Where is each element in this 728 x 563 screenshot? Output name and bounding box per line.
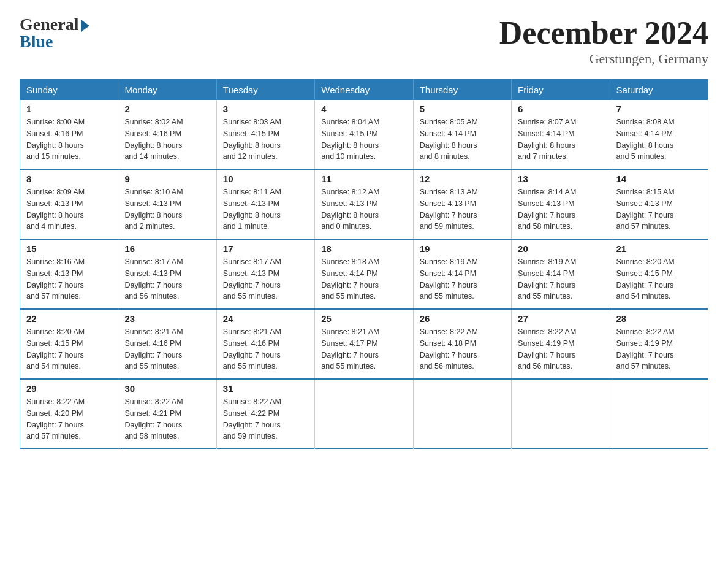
day-number: 28	[616, 313, 702, 324]
calendar-cell: 22Sunrise: 8:20 AM Sunset: 4:15 PM Dayli…	[20, 309, 118, 379]
calendar-cell	[315, 379, 413, 449]
logo-blue-text: Blue	[20, 32, 53, 52]
calendar-cell: 27Sunrise: 8:22 AM Sunset: 4:19 PM Dayli…	[512, 309, 610, 379]
day-number: 19	[420, 243, 505, 254]
calendar-header-row: SundayMondayTuesdayWednesdayThursdayFrid…	[20, 80, 708, 101]
calendar-cell: 21Sunrise: 8:20 AM Sunset: 4:15 PM Dayli…	[610, 239, 708, 309]
day-info: Sunrise: 8:03 AM Sunset: 4:15 PM Dayligh…	[223, 117, 308, 163]
day-info: Sunrise: 8:17 AM Sunset: 4:13 PM Dayligh…	[223, 256, 308, 302]
day-number: 26	[420, 313, 505, 324]
calendar-cell: 10Sunrise: 8:11 AM Sunset: 4:13 PM Dayli…	[216, 169, 314, 239]
calendar-cell: 17Sunrise: 8:17 AM Sunset: 4:13 PM Dayli…	[216, 239, 314, 309]
calendar-cell: 31Sunrise: 8:22 AM Sunset: 4:22 PM Dayli…	[216, 379, 314, 449]
day-number: 18	[321, 243, 406, 254]
day-number: 4	[321, 104, 406, 114]
month-title: December 2024	[499, 15, 708, 51]
day-number: 3	[223, 104, 308, 114]
day-info: Sunrise: 8:22 AM Sunset: 4:21 PM Dayligh…	[124, 396, 210, 442]
day-number: 1	[26, 104, 112, 114]
day-number: 21	[616, 243, 702, 254]
day-info: Sunrise: 8:22 AM Sunset: 4:19 PM Dayligh…	[616, 326, 702, 372]
day-number: 7	[616, 104, 702, 114]
day-info: Sunrise: 8:17 AM Sunset: 4:13 PM Dayligh…	[124, 256, 210, 302]
calendar-cell: 9Sunrise: 8:10 AM Sunset: 4:13 PM Daylig…	[118, 169, 216, 239]
day-info: Sunrise: 8:02 AM Sunset: 4:16 PM Dayligh…	[124, 117, 210, 163]
day-number: 16	[124, 243, 210, 254]
day-info: Sunrise: 8:20 AM Sunset: 4:15 PM Dayligh…	[616, 256, 702, 302]
calendar-cell	[610, 379, 708, 449]
calendar-cell: 25Sunrise: 8:21 AM Sunset: 4:17 PM Dayli…	[315, 309, 413, 379]
day-number: 11	[321, 174, 406, 184]
day-info: Sunrise: 8:22 AM Sunset: 4:20 PM Dayligh…	[26, 396, 112, 442]
page-header: General Blue December 2024 Gerstungen, G…	[20, 15, 708, 67]
day-number: 8	[26, 174, 112, 184]
day-number: 29	[26, 383, 112, 394]
calendar-table: SundayMondayTuesdayWednesdayThursdayFrid…	[20, 79, 708, 449]
calendar-week-5: 29Sunrise: 8:22 AM Sunset: 4:20 PM Dayli…	[20, 379, 708, 449]
calendar-week-4: 22Sunrise: 8:20 AM Sunset: 4:15 PM Dayli…	[20, 309, 708, 379]
calendar-cell: 20Sunrise: 8:19 AM Sunset: 4:14 PM Dayli…	[512, 239, 610, 309]
calendar-cell: 18Sunrise: 8:18 AM Sunset: 4:14 PM Dayli…	[315, 239, 413, 309]
calendar-cell: 7Sunrise: 8:08 AM Sunset: 4:14 PM Daylig…	[610, 100, 708, 169]
day-info: Sunrise: 8:22 AM Sunset: 4:19 PM Dayligh…	[518, 326, 603, 372]
title-block: December 2024 Gerstungen, Germany	[499, 15, 708, 67]
day-info: Sunrise: 8:11 AM Sunset: 4:13 PM Dayligh…	[223, 186, 308, 232]
day-number: 9	[124, 174, 210, 184]
day-number: 27	[518, 313, 603, 324]
day-number: 20	[518, 243, 603, 254]
calendar-cell	[413, 379, 511, 449]
calendar-cell: 26Sunrise: 8:22 AM Sunset: 4:18 PM Dayli…	[413, 309, 511, 379]
day-info: Sunrise: 8:21 AM Sunset: 4:16 PM Dayligh…	[124, 326, 210, 372]
day-number: 17	[223, 243, 308, 254]
day-info: Sunrise: 8:10 AM Sunset: 4:13 PM Dayligh…	[124, 186, 210, 232]
calendar-cell: 12Sunrise: 8:13 AM Sunset: 4:13 PM Dayli…	[413, 169, 511, 239]
day-number: 30	[124, 383, 210, 394]
calendar-cell: 15Sunrise: 8:16 AM Sunset: 4:13 PM Dayli…	[20, 239, 118, 309]
logo-arrow-icon	[81, 20, 89, 32]
day-number: 6	[518, 104, 603, 114]
calendar-cell: 11Sunrise: 8:12 AM Sunset: 4:13 PM Dayli…	[315, 169, 413, 239]
calendar-cell: 2Sunrise: 8:02 AM Sunset: 4:16 PM Daylig…	[118, 100, 216, 169]
calendar-cell: 30Sunrise: 8:22 AM Sunset: 4:21 PM Dayli…	[118, 379, 216, 449]
day-info: Sunrise: 8:13 AM Sunset: 4:13 PM Dayligh…	[420, 186, 505, 232]
day-number: 5	[420, 104, 505, 114]
day-number: 10	[223, 174, 308, 184]
calendar-cell: 29Sunrise: 8:22 AM Sunset: 4:20 PM Dayli…	[20, 379, 118, 449]
day-number: 15	[26, 243, 112, 254]
day-info: Sunrise: 8:05 AM Sunset: 4:14 PM Dayligh…	[420, 117, 505, 163]
calendar-cell: 8Sunrise: 8:09 AM Sunset: 4:13 PM Daylig…	[20, 169, 118, 239]
calendar-cell: 3Sunrise: 8:03 AM Sunset: 4:15 PM Daylig…	[216, 100, 314, 169]
day-info: Sunrise: 8:18 AM Sunset: 4:14 PM Dayligh…	[321, 256, 406, 302]
day-info: Sunrise: 8:09 AM Sunset: 4:13 PM Dayligh…	[26, 186, 112, 232]
day-number: 22	[26, 313, 112, 324]
calendar-cell: 13Sunrise: 8:14 AM Sunset: 4:13 PM Dayli…	[512, 169, 610, 239]
day-info: Sunrise: 8:16 AM Sunset: 4:13 PM Dayligh…	[26, 256, 112, 302]
day-number: 14	[616, 174, 702, 184]
header-wednesday: Wednesday	[315, 80, 413, 101]
day-number: 24	[223, 313, 308, 324]
day-info: Sunrise: 8:19 AM Sunset: 4:14 PM Dayligh…	[518, 256, 603, 302]
day-info: Sunrise: 8:21 AM Sunset: 4:16 PM Dayligh…	[223, 326, 308, 372]
calendar-cell	[512, 379, 610, 449]
day-info: Sunrise: 8:22 AM Sunset: 4:18 PM Dayligh…	[420, 326, 505, 372]
day-info: Sunrise: 8:15 AM Sunset: 4:13 PM Dayligh…	[616, 186, 702, 232]
calendar-cell: 6Sunrise: 8:07 AM Sunset: 4:14 PM Daylig…	[512, 100, 610, 169]
day-number: 31	[223, 383, 308, 394]
calendar-cell: 28Sunrise: 8:22 AM Sunset: 4:19 PM Dayli…	[610, 309, 708, 379]
calendar-week-1: 1Sunrise: 8:00 AM Sunset: 4:16 PM Daylig…	[20, 100, 708, 169]
day-info: Sunrise: 8:19 AM Sunset: 4:14 PM Dayligh…	[420, 256, 505, 302]
day-info: Sunrise: 8:20 AM Sunset: 4:15 PM Dayligh…	[26, 326, 112, 372]
header-sunday: Sunday	[20, 80, 118, 101]
header-friday: Friday	[512, 80, 610, 101]
calendar-cell: 16Sunrise: 8:17 AM Sunset: 4:13 PM Dayli…	[118, 239, 216, 309]
header-monday: Monday	[118, 80, 216, 101]
calendar-cell: 23Sunrise: 8:21 AM Sunset: 4:16 PM Dayli…	[118, 309, 216, 379]
calendar-cell: 24Sunrise: 8:21 AM Sunset: 4:16 PM Dayli…	[216, 309, 314, 379]
header-thursday: Thursday	[413, 80, 511, 101]
calendar-cell: 4Sunrise: 8:04 AM Sunset: 4:15 PM Daylig…	[315, 100, 413, 169]
day-info: Sunrise: 8:22 AM Sunset: 4:22 PM Dayligh…	[223, 396, 308, 442]
logo: General Blue	[20, 15, 89, 52]
day-number: 25	[321, 313, 406, 324]
day-number: 23	[124, 313, 210, 324]
calendar-cell: 1Sunrise: 8:00 AM Sunset: 4:16 PM Daylig…	[20, 100, 118, 169]
